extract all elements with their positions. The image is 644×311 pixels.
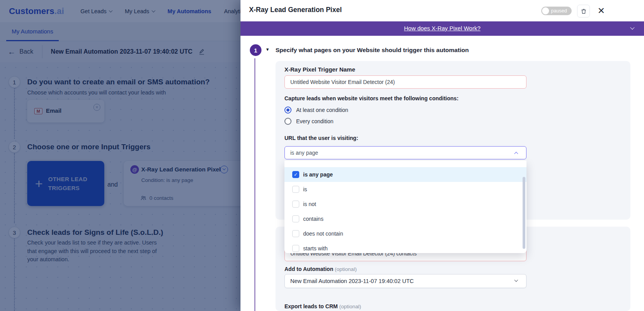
export-crm-label: Export leads to CRM (optional) bbox=[284, 303, 361, 309]
xray-pixel-modal: X-Ray Lead Generation Pixel paused How d… bbox=[240, 0, 644, 311]
step-progress-line bbox=[254, 58, 255, 311]
automation-select[interactable]: New Email Automation 2023-11-07 19:40:02… bbox=[284, 274, 526, 288]
checkbox-icon[interactable] bbox=[292, 201, 299, 208]
screen: Customers.ai Get Leads My Leads My Autom… bbox=[0, 0, 644, 311]
dropdown-option-is[interactable]: is bbox=[284, 182, 526, 197]
dropdown-option-is-not[interactable]: is not bbox=[284, 197, 526, 211]
url-condition-dropdown: is any page is is not contains does not … bbox=[284, 161, 526, 253]
url-label: URL that the user is visiting: bbox=[284, 135, 358, 141]
checkbox-icon[interactable] bbox=[292, 215, 299, 222]
trigger-name-input[interactable]: Untitled Website Visitor Email Detector … bbox=[284, 75, 526, 89]
dropdown-option-starts-with[interactable]: starts with bbox=[284, 241, 526, 253]
checkbox-icon[interactable] bbox=[292, 245, 299, 252]
chevron-up-icon bbox=[514, 152, 518, 156]
toggle-knob bbox=[542, 7, 549, 14]
dropdown-option-contains[interactable]: contains bbox=[284, 211, 526, 226]
delete-button[interactable] bbox=[577, 5, 590, 17]
paused-toggle[interactable]: paused bbox=[541, 7, 572, 15]
close-icon[interactable] bbox=[595, 5, 607, 16]
how-it-works-banner[interactable]: How does X-Ray Pixel Work? bbox=[240, 21, 644, 36]
checkbox-icon[interactable] bbox=[292, 186, 299, 193]
modal-step-title: Specify what pages on your Website shoul… bbox=[275, 47, 469, 54]
chevron-down-icon bbox=[514, 278, 518, 282]
dropdown-scrollbar[interactable] bbox=[523, 177, 525, 249]
checkbox-icon[interactable] bbox=[292, 230, 299, 237]
radio-every-condition[interactable]: Every condition bbox=[284, 118, 333, 125]
url-condition-select[interactable]: is any page bbox=[284, 146, 526, 159]
modal-header: X-Ray Lead Generation Pixel paused bbox=[240, 0, 644, 21]
dropdown-option-does-not-contain[interactable]: does not contain bbox=[284, 226, 526, 241]
checkbox-checked-icon[interactable] bbox=[292, 171, 299, 178]
collapse-triangle-icon[interactable] bbox=[265, 47, 270, 52]
conditions-label: Capture leads when website visitors meet… bbox=[284, 95, 458, 101]
radio-at-least-one[interactable]: At least one condition bbox=[284, 107, 348, 114]
add-to-automation-label: Add to Automation (optional) bbox=[284, 266, 357, 272]
modal-step-badge: 1 bbox=[250, 44, 261, 56]
radio-unselected-icon[interactable] bbox=[284, 118, 291, 125]
dropdown-option-is-any-page[interactable]: is any page bbox=[284, 167, 526, 182]
banner-link[interactable]: How does X-Ray Pixel Work? bbox=[240, 25, 644, 31]
modal-title: X-Ray Lead Generation Pixel bbox=[249, 6, 342, 14]
trash-icon bbox=[581, 8, 587, 14]
radio-selected-icon[interactable] bbox=[284, 107, 291, 114]
toggle-label: paused bbox=[551, 8, 567, 14]
trigger-name-label: X-Ray Pixel Trigger Name bbox=[284, 66, 355, 73]
